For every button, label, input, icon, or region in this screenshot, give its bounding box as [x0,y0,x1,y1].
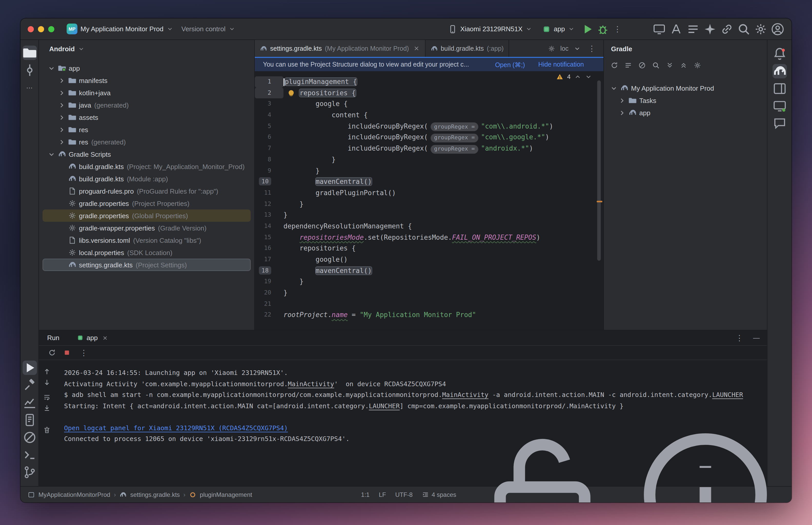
breadcrumb-myapplicationmonitorprod[interactable]: MyApplicationMonitorProd [39,491,110,498]
code-editor[interactable]: 1pluginManagement {2 repositories {3 goo… [255,71,603,330]
editor-scrollbar[interactable] [597,80,601,261]
project-item-proguard-rules-pro[interactable]: proguard-rules.pro(ProGuard Rules for ":… [43,185,251,197]
code-line-22[interactable]: 22rootProject.name = "My Application Mon… [255,310,603,321]
project-item-app[interactable]: app [43,62,251,74]
chevron-down-icon[interactable] [610,84,618,92]
run-button[interactable] [581,22,594,35]
project-item-java[interactable]: java(generated) [43,99,251,111]
code-line-2[interactable]: 2 repositories { [255,87,603,98]
search-icon[interactable] [737,22,751,35]
project-view-selector[interactable]: Android [39,40,254,57]
file-encoding[interactable]: UTF-8 [395,491,413,498]
run-tab-app[interactable]: app [77,334,108,342]
line-separator[interactable]: LF [379,491,386,498]
tasks-list-icon[interactable] [624,61,632,69]
gradle-item-tasks[interactable]: Tasks [607,94,763,107]
device-manager-icon[interactable] [653,22,666,35]
overflow-tab-label[interactable]: loc [560,45,568,52]
gemini-icon[interactable] [703,22,717,35]
close-tab-icon[interactable] [413,45,420,52]
code-line-4[interactable]: 4 content { [255,110,603,121]
more-tools-icon[interactable]: ⋯ [22,80,37,95]
hide-notification-link[interactable]: Hide notification [538,61,584,69]
project-item-settings-gradle-kts[interactable]: settings.gradle.kts(Project Settings) [43,259,251,271]
vcs-widget[interactable]: Version control [177,23,240,35]
ignore-projects-icon[interactable] [638,61,646,69]
breadcrumb-pluginmanagement[interactable]: pluginManagement [200,491,252,498]
soft-wrap-icon[interactable] [43,393,51,401]
logcat-tool-icon[interactable] [22,413,37,427]
intention-bulb-icon[interactable] [289,90,294,95]
chevron-right-icon[interactable] [58,101,66,109]
prev-occurrence-icon[interactable] [43,368,51,375]
code-line-3[interactable]: 3 google { [255,99,603,110]
next-problem-icon[interactable] [585,73,592,80]
app-insights-icon[interactable] [772,116,787,131]
collapse-all-icon[interactable] [680,61,687,69]
code-line-11[interactable]: 11 gradlePluginPortal() [255,188,603,198]
sync-gradle-icon[interactable] [611,61,618,69]
project-item-assets[interactable]: assets [43,111,251,123]
hide-panel-icon[interactable]: — [753,334,760,342]
code-line-8[interactable]: 8 } [255,154,603,165]
debug-button[interactable] [596,22,610,35]
editor-options-icon[interactable]: ⋮ [586,44,598,53]
hidden-tabs-icon[interactable] [574,45,581,52]
device-explorer-icon[interactable] [772,81,787,96]
code-line-9[interactable]: 9 } [255,165,603,176]
open-project-structure-link[interactable]: Open (⌘;) [495,61,525,69]
run-more-icon[interactable]: ⋮ [78,348,90,357]
code-line-17[interactable]: 17 google() [255,254,603,265]
translate-icon[interactable] [669,22,683,35]
link-icon[interactable] [720,22,734,35]
gradle-item-app[interactable]: app [607,107,763,119]
rerun-icon[interactable] [48,349,56,357]
version-control-tool-icon[interactable] [22,465,37,479]
settings-icon[interactable] [754,22,767,35]
clear-console-icon[interactable] [43,426,51,434]
project-item-manifests[interactable]: manifests [43,74,251,87]
project-item-gradle-properties[interactable]: gradle.properties(Global Properties) [43,209,251,222]
run-console[interactable]: 2026-03-24 16:14:55: Launching app on 'X… [39,360,767,486]
zoom-window-button[interactable] [48,26,54,32]
code-line-15[interactable]: 15 repositoriesMode.set(RepositoriesMode… [255,232,603,243]
project-item-build-gradle-kts[interactable]: build.gradle.kts(Module :app) [43,172,251,185]
project-item-build-gradle-kts[interactable]: build.gradle.kts(Project: My_Application… [43,160,251,172]
code-line-13[interactable]: 13} [255,210,603,221]
project-item-libs-versions-toml[interactable]: libs.versions.toml(Version Catalog "libs… [43,234,251,246]
scroll-to-end-icon[interactable] [43,404,51,412]
minimize-window-button[interactable] [38,26,44,32]
code-line-20[interactable]: 20} [255,287,603,298]
tab-settings-gradle-kts[interactable]: settings.gradle.kts (My Application Moni… [255,40,425,57]
device-selector[interactable]: Xiaomi 23129RN51X [444,22,536,35]
todo-list-icon[interactable] [686,22,700,35]
project-item-gradle-scripts[interactable]: Gradle Scripts [43,148,251,160]
code-line-10[interactable]: 10 mavenCentral() [255,176,603,187]
code-line-16[interactable]: 16 repositories { [255,243,603,254]
find-task-icon[interactable] [652,61,660,69]
running-devices-icon[interactable] [772,99,787,113]
terminal-tool-icon[interactable] [22,448,37,462]
project-tool-icon[interactable] [22,46,37,60]
logcat-link[interactable]: Open logcat panel for Xiaomi 23129RN51X … [64,424,288,432]
chevron-right-icon[interactable] [58,77,66,84]
chevron-right-icon[interactable] [58,126,66,133]
chevron-down-icon[interactable] [48,150,55,158]
code-line-21[interactable]: 21 [255,299,603,310]
stop-icon[interactable] [63,349,71,357]
chevron-right-icon[interactable] [58,114,66,121]
run-config-selector[interactable]: app [538,23,579,35]
project-item-gradle-wrapper-properties[interactable]: gradle-wrapper.properties(Gradle Version… [43,222,251,234]
next-occurrence-icon[interactable] [43,378,51,386]
run-tool-icon[interactable] [22,361,37,375]
project-item-res[interactable]: res [43,123,251,136]
code-line-18[interactable]: 18 mavenCentral() [255,265,603,276]
build-tool-icon[interactable] [22,378,37,392]
project-item-local-properties[interactable]: local.properties(SDK Location) [43,246,251,259]
code-line-1[interactable]: 1pluginManagement { [255,76,603,87]
profiler-tool-icon[interactable] [22,395,37,410]
gradle-tool-icon[interactable] [772,64,787,78]
indent-setting[interactable]: 4 spaces [422,491,456,498]
project-item-gradle-properties[interactable]: gradle.properties(Project Properties) [43,197,251,209]
tab-build-gradle-kts[interactable]: build.gradle.kts (:app) [425,40,509,57]
